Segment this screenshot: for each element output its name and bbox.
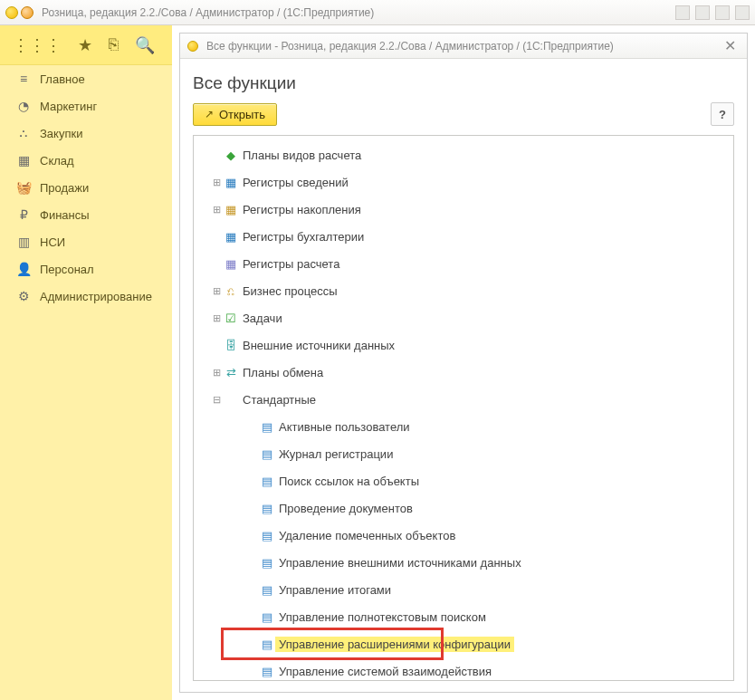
tree-item-label: Удаление помеченных объектов (275, 529, 455, 542)
tree-row[interactable]: ▤Активные пользователи (194, 413, 733, 440)
sidebar-item-8[interactable]: ⚙Администрирование (0, 283, 172, 310)
tree-item-label: Управление полнотекстовым поиском (275, 610, 486, 624)
tree-row[interactable]: ⊞▦Регистры сведений (194, 168, 733, 196)
sidebar-item-3[interactable]: ▦Склад (0, 147, 172, 174)
open-icon: ↗ (205, 108, 214, 120)
app-icon-secondary (21, 6, 33, 19)
tree-item-icon: 🗄 (223, 339, 239, 352)
search-icon[interactable]: 🔍 (135, 35, 155, 55)
tree-row[interactable]: ⊞▦Регистры накопления (194, 196, 733, 223)
tree-item-label: Задачи (239, 312, 282, 325)
tree-item-icon: ▤ (259, 610, 275, 624)
help-button[interactable]: ? (711, 102, 734, 126)
tree-item-icon: ▦ (223, 203, 239, 216)
titlebar-button[interactable] (715, 5, 730, 20)
sidebar: ⋮⋮⋮ ★ ⎘ 🔍 🔔 ≡Главное◔Маркетинг⛬Закупки▦С… (0, 25, 172, 700)
tree-item-label: Регистры сведений (239, 176, 349, 189)
tree-item-icon: ▦ (223, 230, 239, 244)
tree-item-icon: ▤ (259, 583, 275, 597)
tree-item-icon: ▤ (259, 529, 275, 542)
app-icon (5, 6, 18, 19)
sidebar-item-2[interactable]: ⛬Закупки (0, 120, 172, 147)
sidebar-item-7[interactable]: 👤Персонал (0, 255, 172, 283)
tree-item-icon: ▤ (259, 638, 275, 651)
nav-icon: ▦ (16, 153, 31, 168)
tree-row[interactable]: ▤Журнал регистрации (194, 440, 733, 467)
open-button-label: Открыть (219, 108, 265, 121)
tree-item-icon: ☑ (223, 312, 239, 325)
sidebar-item-4[interactable]: 🧺Продажи (0, 174, 172, 201)
nav-label: Главное (40, 72, 85, 86)
nav-label: Персонал (40, 263, 94, 276)
tree-row[interactable]: 🗄Внешние источники данных (194, 331, 733, 359)
all-functions-window: Все функции - Розница, редакция 2.2./Сов… (179, 33, 748, 693)
open-button[interactable]: ↗ Открыть (193, 103, 277, 126)
tree-row[interactable]: ▦Регистры бухгалтерии (194, 223, 733, 250)
tree-row[interactable]: ▤Управление итогами (194, 576, 733, 603)
nav-label: Финансы (40, 208, 90, 222)
sidebar-item-5[interactable]: ₽Финансы (0, 201, 172, 228)
expand-icon[interactable]: ⊟ (210, 394, 223, 406)
expand-icon[interactable]: ⊞ (210, 367, 223, 379)
tree-row[interactable]: ⊞☑Задачи (194, 304, 733, 331)
tree-item-label: Журнал регистрации (275, 447, 393, 461)
tree-row[interactable]: ◆Планы видов расчета (194, 141, 733, 168)
close-icon[interactable]: ✕ (721, 37, 740, 54)
tree-item-icon: ⇄ (223, 366, 239, 379)
tree-item-icon: ▤ (259, 447, 275, 461)
nav-label: Администрирование (40, 290, 152, 303)
nav-icon: ≡ (16, 72, 31, 86)
titlebar-button[interactable] (675, 5, 690, 20)
nav-label: НСИ (40, 235, 65, 249)
expand-icon[interactable]: ⊞ (210, 204, 223, 216)
tree-item-label: Поиск ссылок на объекты (275, 475, 419, 488)
sidebar-item-1[interactable]: ◔Маркетинг (0, 92, 172, 120)
tree-item-label: Регистры расчета (239, 257, 339, 271)
tree-item-icon: ▤ (259, 665, 275, 678)
tree-row[interactable]: ⊟Стандартные (194, 386, 733, 413)
tree-item-icon: ▤ (259, 502, 275, 515)
tree-row[interactable]: ▤Удаление помеченных объектов (194, 522, 733, 549)
nav-icon: ⛬ (16, 126, 31, 140)
titlebar-button[interactable] (695, 5, 710, 20)
history-icon[interactable]: ⎘ (109, 35, 119, 54)
star-icon[interactable]: ★ (78, 35, 92, 55)
tree-item-label: Управление внешними источниками данных (275, 556, 521, 570)
tree-row[interactable]: ⊞⇄Планы обмена (194, 359, 733, 386)
sidebar-item-6[interactable]: ▥НСИ (0, 228, 172, 255)
nav-label: Продажи (40, 181, 89, 195)
tree-row[interactable]: ⊞⎌Бизнес процессы (194, 277, 733, 304)
sidebar-item-0[interactable]: ≡Главное (0, 65, 172, 92)
tree-item-label: Активные пользователи (275, 420, 410, 434)
tree-item-label: Регистры бухгалтерии (239, 230, 364, 244)
tree-item-label: Регистры накопления (239, 203, 361, 216)
page-title: Все функции (193, 73, 734, 93)
tree-row[interactable]: ▤Управление расширениями конфигурации (194, 630, 733, 657)
tree-item-icon: ▤ (259, 475, 275, 488)
tree-item-label: Планы обмена (239, 366, 323, 379)
nav-icon: 🧺 (16, 180, 31, 195)
tree-row[interactable]: ▦Регистры расчета (194, 250, 733, 277)
tree-item-icon: ◆ (223, 149, 239, 162)
tree-row[interactable]: ▤Проведение документов (194, 494, 733, 522)
tree-item-label: Управление системой взаимодействия (275, 665, 492, 678)
tree-row[interactable]: ▤Поиск ссылок на объекты (194, 467, 733, 494)
tree-item-icon: ▦ (223, 176, 239, 189)
functions-tree[interactable]: ◆Планы видов расчета⊞▦Регистры сведений⊞… (193, 135, 734, 681)
titlebar-text: Розница, редакция 2.2./Сова / Администра… (42, 6, 374, 19)
tree-row[interactable]: ▤Управление внешними источниками данных (194, 549, 733, 576)
tree-row[interactable]: ▤Управление полнотекстовым поиском (194, 603, 733, 630)
tree-item-label: Бизнес процессы (239, 284, 338, 298)
apps-icon[interactable]: ⋮⋮⋮ (13, 35, 62, 55)
nav-icon: ▥ (16, 235, 31, 249)
titlebar-button[interactable] (735, 5, 750, 20)
tree-row[interactable]: ▤Управление системой взаимодействия (194, 657, 733, 681)
subwindow-icon (187, 41, 198, 52)
sidebar-toolstrip: ⋮⋮⋮ ★ ⎘ 🔍 🔔 (0, 25, 172, 65)
expand-icon[interactable]: ⊞ (210, 312, 223, 324)
tree-item-label: Планы видов расчета (239, 149, 361, 162)
content-area: Все функции - Розница, редакция 2.2./Сов… (172, 25, 755, 700)
tree-item-icon: ▤ (259, 556, 275, 570)
expand-icon[interactable]: ⊞ (210, 177, 223, 188)
expand-icon[interactable]: ⊞ (210, 285, 223, 297)
